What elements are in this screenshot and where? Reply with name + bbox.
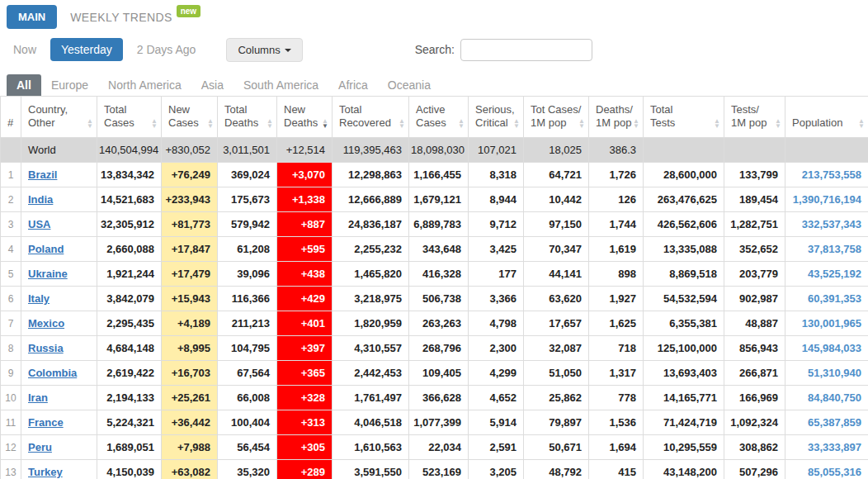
sort-both-icon: ▲▼ xyxy=(513,119,520,129)
country-link[interactable]: Russia xyxy=(28,342,64,354)
cell-total_tests: 28,600,000 xyxy=(644,163,724,187)
country-link[interactable]: Iran xyxy=(28,391,48,404)
population-link[interactable]: 43,525,192 xyxy=(808,268,861,280)
col-header-total_deaths[interactable]: TotalDeaths▲▼ xyxy=(218,97,277,138)
cell-rank: 13 xyxy=(1,460,21,479)
country-link[interactable]: India xyxy=(28,193,53,206)
country-link[interactable]: Brazil xyxy=(28,168,57,181)
cell-total_deaths: 369,024 xyxy=(218,163,277,187)
col-header-label: Deaths/1M pop xyxy=(596,103,630,130)
col-header-label: NewDeaths xyxy=(284,103,318,130)
cell-tot_cases_1m: 97,150 xyxy=(524,212,589,237)
search-input[interactable] xyxy=(460,39,592,61)
filter-2-days-ago[interactable]: 2 Days Ago xyxy=(137,43,196,56)
cell-total_recovered: 4,310,557 xyxy=(333,336,409,361)
col-header-deaths_1m[interactable]: Deaths/1M pop▲▼ xyxy=(589,97,644,138)
population-link[interactable]: 213,753,558 xyxy=(802,168,861,181)
cell-country: Poland xyxy=(21,237,97,262)
country-link[interactable]: Turkey xyxy=(28,466,63,478)
col-header-tests_1m[interactable]: Tests/1M pop▲▼ xyxy=(724,97,785,138)
cell-rank: 8 xyxy=(1,336,21,361)
population-link[interactable]: 51,310,940 xyxy=(808,367,861,379)
population-link[interactable]: 332,537,343 xyxy=(802,218,861,230)
cell-tot_cases_1m: 51,050 xyxy=(524,361,589,386)
col-header-new_cases[interactable]: NewCases▲▼ xyxy=(162,97,218,138)
country-link[interactable]: Peru xyxy=(28,441,52,453)
cell-tests_1m: 1,282,751 xyxy=(724,212,785,237)
country-link[interactable]: Colombia xyxy=(28,367,77,379)
country-link[interactable]: Italy xyxy=(28,292,50,305)
columns-dropdown-button[interactable]: Columns xyxy=(226,38,302,62)
cell-serious_critical: 9,712 xyxy=(469,212,524,237)
country-link[interactable]: Mexico xyxy=(28,317,64,330)
tab-continent-north-america[interactable]: North America xyxy=(98,74,191,96)
tab-main[interactable]: MAIN xyxy=(7,5,57,29)
population-link[interactable]: 65,387,859 xyxy=(808,416,861,429)
population-link[interactable]: 145,984,033 xyxy=(802,342,861,354)
filter-now[interactable]: Now xyxy=(13,43,36,56)
tab-continent-south-america[interactable]: South America xyxy=(234,74,328,96)
sort-both-icon: ▲▼ xyxy=(458,119,465,129)
col-header-total_tests[interactable]: TotalTests▲▼ xyxy=(644,97,724,138)
sort-both-icon: ▲▼ xyxy=(858,119,865,129)
cell-new_cases: +81,773 xyxy=(162,212,218,237)
cell-total_tests: 13,693,403 xyxy=(644,361,724,386)
cell-population: 37,813,758 xyxy=(785,237,868,262)
cell-serious_critical: 4,652 xyxy=(469,386,524,410)
population-link[interactable]: 37,813,758 xyxy=(808,243,861,255)
cell-new_cases: +17,479 xyxy=(162,262,218,287)
col-header-tot_cases_1m[interactable]: Tot Cases/1M pop▲▼ xyxy=(524,97,589,138)
col-header-total_recovered[interactable]: TotalRecovered▲▼ xyxy=(333,97,409,138)
cell-deaths_1m: 778 xyxy=(589,386,644,410)
cell-total_tests: 10,295,559 xyxy=(644,435,724,460)
cell-new_deaths: +401 xyxy=(277,311,333,336)
population-link[interactable]: 130,001,965 xyxy=(802,317,861,330)
table-row: 5Ukraine1,921,244+17,47939,096+4381,465,… xyxy=(1,262,868,287)
cell-active_cases: 6,889,783 xyxy=(409,212,469,237)
country-link[interactable]: Poland xyxy=(28,243,64,255)
caret-down-icon xyxy=(285,49,291,52)
population-link[interactable]: 1,390,716,194 xyxy=(793,193,861,206)
col-header-total_cases[interactable]: TotalCases▲▼ xyxy=(97,97,162,138)
population-link[interactable]: 85,055,316 xyxy=(808,466,861,478)
table-row: 3USA32,305,912+81,773579,942+88724,836,1… xyxy=(1,212,868,237)
cell-tot_cases_1m: 10,442 xyxy=(524,187,589,212)
col-header-rank: # xyxy=(1,97,21,138)
col-header-population[interactable]: Population▲▼ xyxy=(785,97,868,138)
cell-tests_1m xyxy=(724,138,785,163)
table-row: 4Poland2,660,088+17,84761,208+5952,255,2… xyxy=(1,237,868,262)
population-link[interactable]: 60,391,353 xyxy=(808,292,861,305)
cell-tests_1m: 48,887 xyxy=(724,311,785,336)
cell-country: World xyxy=(21,138,97,163)
tab-continent-oceania[interactable]: Oceania xyxy=(378,74,441,96)
cell-population: 85,055,316 xyxy=(785,460,868,479)
tab-continent-all[interactable]: All xyxy=(7,74,41,96)
cell-rank: 5 xyxy=(1,262,21,287)
cell-tests_1m: 166,969 xyxy=(724,386,785,410)
cell-total_recovered: 12,666,889 xyxy=(333,187,409,212)
filter-yesterday[interactable]: Yesterday xyxy=(50,38,123,61)
cell-new_deaths: +365 xyxy=(277,361,333,386)
col-header-new_deaths[interactable]: NewDeaths▲▼ xyxy=(277,97,333,138)
tab-continent-asia[interactable]: Asia xyxy=(191,74,234,96)
population-link[interactable]: 84,840,750 xyxy=(808,391,861,404)
country-link[interactable]: Ukraine xyxy=(28,268,68,280)
country-link[interactable]: France xyxy=(28,416,64,429)
table-row: 11France5,224,321+36,442100,404+3134,046… xyxy=(1,410,868,435)
col-header-active_cases[interactable]: ActiveCases▲▼ xyxy=(409,97,469,138)
col-header-serious_critical[interactable]: Serious,Critical▲▼ xyxy=(469,97,524,138)
country-link[interactable]: USA xyxy=(28,218,50,230)
cell-population: 145,984,033 xyxy=(785,336,868,361)
tab-continent-europe[interactable]: Europe xyxy=(41,74,98,96)
cell-total_tests: 8,869,518 xyxy=(644,262,724,287)
population-link[interactable]: 33,333,897 xyxy=(808,441,861,453)
table-row: 1Brazil13,834,342+76,249369,024+3,07012,… xyxy=(1,163,868,187)
col-header-label: TotalDeaths xyxy=(224,103,263,130)
cell-tot_cases_1m: 44,141 xyxy=(524,262,589,287)
cell-total_tests: 263,476,625 xyxy=(644,187,724,212)
cell-serious_critical: 8,944 xyxy=(469,187,524,212)
cell-tot_cases_1m: 79,897 xyxy=(524,410,589,435)
tab-weekly-trends[interactable]: WEEKLY TRENDS xyxy=(70,11,172,24)
col-header-country[interactable]: Country,Other▲▼ xyxy=(21,97,97,138)
tab-continent-africa[interactable]: Africa xyxy=(328,74,378,96)
